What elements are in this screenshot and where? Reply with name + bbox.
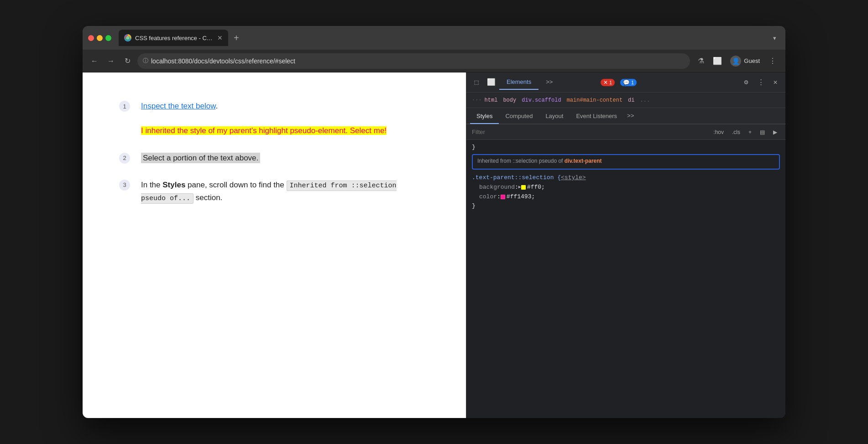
breadcrumb-body[interactable]: body bbox=[503, 97, 516, 103]
inspect-element-button[interactable]: ⬚ bbox=[470, 76, 483, 89]
breadcrumb-more: ... bbox=[640, 97, 650, 103]
css-source-link[interactable]: <style> bbox=[561, 173, 586, 183]
breadcrumb-di[interactable]: di bbox=[628, 97, 634, 103]
maximize-window-button[interactable] bbox=[105, 35, 111, 41]
filter-actions: :hov .cls + ▤ ▶ bbox=[711, 128, 780, 136]
step-number: 3 bbox=[119, 180, 130, 191]
reload-button[interactable]: ↻ bbox=[121, 55, 134, 67]
computed-style-button[interactable]: ▤ bbox=[757, 128, 768, 136]
inherited-label: Inherited from ::selection pseudo of bbox=[477, 158, 563, 164]
tab-more[interactable]: >> bbox=[539, 75, 560, 90]
step-content: In the Styles pane, scroll down to find … bbox=[141, 179, 397, 204]
browser-tab[interactable]: CSS features reference - Chro... ✕ bbox=[119, 30, 228, 46]
step-list: 1 Inspect the text below. I inherited th… bbox=[119, 100, 429, 204]
toggle-sidebar-button[interactable]: ▶ bbox=[770, 128, 780, 136]
lock-icon: ⓘ bbox=[143, 57, 148, 65]
close-window-button[interactable] bbox=[88, 35, 94, 41]
error-count-badge[interactable]: ✕ 1 bbox=[601, 79, 615, 86]
profile-button[interactable]: 👤 Guest bbox=[727, 54, 763, 68]
devtools-panel: ⬚ ⬜ Elements >> ✕ 1 💬 1 bbox=[466, 72, 785, 418]
bold-styles: Styles bbox=[162, 181, 185, 189]
breadcrumb-ellipsis: ··· bbox=[472, 97, 482, 103]
tab-elements[interactable]: Elements bbox=[499, 75, 539, 90]
browser-window: CSS features reference - Chro... ✕ + ▾ ←… bbox=[83, 26, 785, 418]
inherited-section: Inherited from ::selection pseudo of div… bbox=[472, 154, 780, 170]
forward-button[interactable]: → bbox=[105, 55, 117, 67]
add-style-button[interactable]: + bbox=[746, 128, 754, 136]
profile-label: Guest bbox=[744, 57, 760, 64]
devtools-actions: ⚙ ⋮ ✕ bbox=[740, 76, 782, 89]
title-bar: CSS features reference - Chro... ✕ + ▾ bbox=[83, 26, 785, 50]
chrome-favicon-icon bbox=[124, 34, 131, 41]
styles-tabs: Styles Computed Layout Event Listeners >… bbox=[466, 108, 785, 124]
step-number: 1 bbox=[119, 101, 130, 112]
nav-bar: ← → ↻ ⓘ localhost:8080/docs/devtools/css… bbox=[83, 50, 785, 72]
closing-brace: } bbox=[472, 144, 780, 150]
url-text: localhost:8080/docs/devtools/css/referen… bbox=[151, 57, 295, 65]
styles-tab-overflow[interactable]: >> bbox=[623, 113, 638, 119]
tab-layout[interactable]: Layout bbox=[539, 109, 570, 124]
main-area: 1 Inspect the text below. I inherited th… bbox=[83, 72, 785, 418]
hov-button[interactable]: :hov bbox=[711, 128, 727, 136]
device-toolbar-button[interactable]: ⬜ bbox=[485, 76, 497, 89]
expand-arrow-icon[interactable]: ▶ bbox=[518, 184, 521, 191]
color-swatch-color[interactable] bbox=[501, 195, 505, 199]
tab-styles[interactable]: Styles bbox=[470, 109, 499, 124]
gray-bg-text: Select a portion of the text above. bbox=[141, 153, 260, 163]
filter-input[interactable] bbox=[472, 129, 707, 135]
cls-button[interactable]: .cls bbox=[729, 128, 743, 136]
step-number: 2 bbox=[119, 153, 130, 164]
tab-computed[interactable]: Computed bbox=[499, 109, 539, 124]
menu-button[interactable]: ⋮ bbox=[765, 54, 780, 68]
filter-bar: :hov .cls + ▤ ▶ bbox=[466, 124, 785, 140]
highlighted-text: I inherited the style of my parent's hig… bbox=[141, 126, 387, 135]
traffic-lights bbox=[88, 35, 111, 41]
minimize-window-button[interactable] bbox=[97, 35, 103, 41]
error-badge: ✕ 1 bbox=[601, 79, 615, 86]
tab-overflow-button[interactable]: ▾ bbox=[769, 35, 780, 41]
inherited-element[interactable]: div.text-parent bbox=[565, 158, 602, 164]
breadcrumb-div-scaffold[interactable]: div.scaffold bbox=[522, 97, 561, 103]
back-button[interactable]: ← bbox=[88, 55, 101, 67]
color-swatch-bg[interactable] bbox=[521, 185, 526, 190]
css-closing-brace: } bbox=[472, 201, 780, 211]
list-item: 2 Select a portion of the text above. bbox=[119, 152, 429, 164]
settings-button[interactable]: ⚙ bbox=[740, 76, 753, 89]
list-item: 1 Inspect the text below. I inherited th… bbox=[119, 100, 429, 137]
breadcrumb: ··· html body div.scaffold main#main-con… bbox=[466, 93, 785, 108]
css-property-background: background : ▶ #ff0; bbox=[479, 183, 780, 192]
inherited-header: Inherited from ::selection pseudo of div… bbox=[477, 158, 774, 164]
tab-event-listeners[interactable]: Event Listeners bbox=[570, 109, 623, 124]
step-content: Select a portion of the text above. bbox=[141, 152, 260, 164]
avatar: 👤 bbox=[730, 56, 741, 67]
address-bar[interactable]: ⓘ localhost:8080/docs/devtools/css/refer… bbox=[137, 53, 690, 69]
css-selector: .text-parent::selection { bbox=[472, 173, 561, 183]
nav-actions: ⚗ ⬜ 👤 Guest ⋮ bbox=[694, 54, 780, 68]
breadcrumb-html[interactable]: html bbox=[485, 97, 498, 103]
list-item: 3 In the Styles pane, scroll down to fin… bbox=[119, 179, 429, 204]
tab-bar: CSS features reference - Chro... ✕ + ▾ bbox=[119, 30, 780, 46]
inspect-link[interactable]: Inspect the text below bbox=[141, 102, 216, 110]
css-rule: .text-parent::selection { <style> backgr… bbox=[472, 173, 780, 211]
more-options-button[interactable]: ⋮ bbox=[754, 76, 767, 89]
tab-close-button[interactable]: ✕ bbox=[217, 34, 223, 41]
css-selector-line: .text-parent::selection { <style> bbox=[472, 173, 780, 183]
info-badge: 💬 1 bbox=[620, 79, 637, 86]
page-content: 1 Inspect the text below. I inherited th… bbox=[83, 72, 466, 418]
css-property-color: color : #ff1493; bbox=[479, 192, 780, 202]
tab-title: CSS features reference - Chro... bbox=[135, 35, 214, 41]
split-view-icon[interactable]: ⬜ bbox=[710, 54, 725, 68]
devtools-tabs: Elements >> bbox=[499, 75, 597, 90]
new-tab-button[interactable]: + bbox=[230, 33, 243, 43]
info-count-badge[interactable]: 💬 1 bbox=[620, 79, 637, 86]
close-devtools-button[interactable]: ✕ bbox=[769, 76, 782, 89]
step-content: Inspect the text below. I inherited the … bbox=[141, 100, 387, 137]
devtools-toolbar: ⬚ ⬜ Elements >> ✕ 1 💬 1 bbox=[466, 72, 785, 93]
experiments-icon[interactable]: ⚗ bbox=[694, 54, 708, 68]
styles-content: } Inherited from ::selection pseudo of d… bbox=[466, 140, 785, 418]
breadcrumb-main[interactable]: main#main-content bbox=[567, 97, 622, 103]
